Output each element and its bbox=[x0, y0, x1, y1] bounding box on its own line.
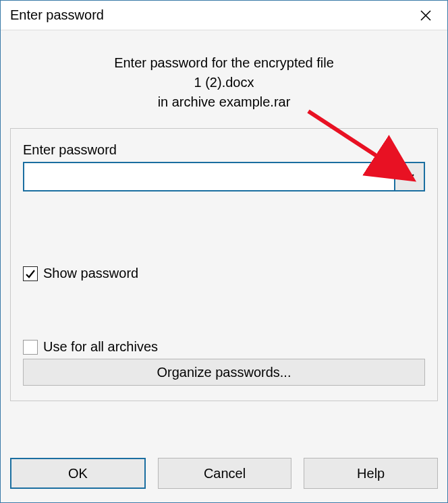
ok-button[interactable]: OK bbox=[10, 458, 146, 489]
titlebar: Enter password bbox=[1, 1, 447, 30]
close-button[interactable] bbox=[411, 1, 441, 30]
password-input[interactable] bbox=[24, 163, 394, 190]
password-dropdown-button[interactable] bbox=[394, 163, 424, 190]
cancel-button[interactable]: Cancel bbox=[158, 458, 292, 489]
help-button[interactable]: Help bbox=[304, 458, 438, 489]
dialog-footer: OK Cancel Help bbox=[1, 446, 447, 502]
window-title: Enter password bbox=[10, 7, 104, 23]
input-group: Enter password Show password bbox=[10, 128, 438, 401]
chevron-down-icon bbox=[404, 173, 415, 180]
checkbox-box bbox=[23, 340, 38, 355]
prompt-line-1: Enter password for the encrypted file bbox=[10, 53, 438, 73]
show-password-label: Show password bbox=[43, 266, 138, 281]
dialog-body: Enter password for the encrypted file 1 … bbox=[1, 30, 447, 446]
close-icon bbox=[420, 9, 432, 22]
prompt-line-2: 1 (2).docx bbox=[10, 73, 438, 92]
organize-passwords-button[interactable]: Organize passwords... bbox=[23, 359, 425, 386]
use-all-archives-checkbox[interactable]: Use for all archives bbox=[23, 339, 425, 355]
prompt-line-3: in archive example.rar bbox=[10, 92, 438, 112]
use-all-archives-label: Use for all archives bbox=[43, 339, 158, 355]
prompt-text: Enter password for the encrypted file 1 … bbox=[10, 53, 438, 112]
password-combo bbox=[23, 162, 425, 191]
checkbox-box bbox=[23, 266, 38, 281]
password-dialog: Enter password Enter password for the en… bbox=[0, 0, 448, 503]
show-password-checkbox[interactable]: Show password bbox=[23, 266, 425, 281]
password-label: Enter password bbox=[23, 142, 425, 158]
checkmark-icon bbox=[25, 268, 36, 279]
